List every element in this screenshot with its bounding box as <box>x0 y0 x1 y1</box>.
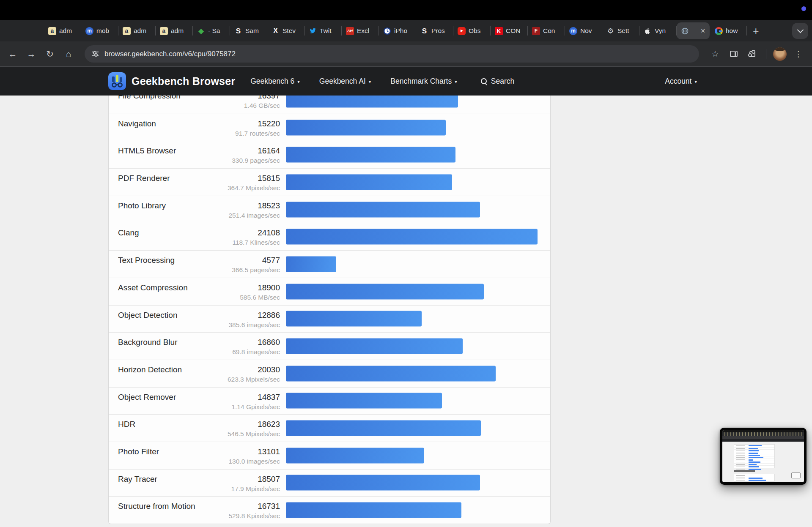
browser-tab[interactable]: aadm <box>44 20 81 41</box>
gear-favicon: ⚙ <box>606 27 614 35</box>
back-button[interactable]: ← <box>3 45 22 63</box>
geekbench-navbar: Geekbench Browser Geekbench 6▾Geekbench … <box>0 67 812 96</box>
tab-search-button[interactable] <box>792 23 808 39</box>
address-bar[interactable]: browser.geekbench.com/v6/cpu/9075872 <box>85 45 699 63</box>
navbar-account[interactable]: Account ▾ <box>665 77 697 86</box>
browser-tab[interactable]: SPros <box>416 20 453 41</box>
navbar-link-label: Benchmark Charts <box>390 77 452 86</box>
benchmark-row: HDR18623546.5 Mpixels/sec <box>109 414 550 442</box>
benchmark-score-block: 1686069.8 images/sec <box>215 333 280 360</box>
close-icon[interactable]: ✕ <box>700 27 705 34</box>
browser-tab[interactable]: mNov <box>565 20 602 41</box>
benchmark-score: 16860 <box>215 338 280 347</box>
benchmark-bar <box>286 96 458 108</box>
browser-tab[interactable]: Twit <box>304 20 342 41</box>
benchmark-score: 18523 <box>215 201 280 210</box>
browser-toolbar: ← → ↻ ⌂ browser.geekbench.com/v6/cpu/907… <box>0 41 812 67</box>
browser-tab[interactable]: ⚙Sett <box>602 20 639 41</box>
browser-tab[interactable]: AHExcl <box>342 20 379 41</box>
benchmark-bar-track <box>286 360 550 387</box>
navbar-link-geekbench-6[interactable]: Geekbench 6▾ <box>250 77 300 86</box>
browser-tab[interactable]: ▶Obs <box>453 20 491 41</box>
apple-favicon <box>644 27 652 35</box>
navbar-search[interactable]: Search <box>481 77 514 86</box>
browser-menu-button[interactable]: ⋮ <box>789 45 808 63</box>
globe-icon <box>681 27 689 35</box>
browser-tab[interactable]: SSam <box>230 20 267 41</box>
new-tab-button[interactable]: + <box>747 25 765 37</box>
search-icon <box>481 78 487 85</box>
benchmark-bar <box>286 120 446 135</box>
benchmark-score: 24108 <box>215 228 280 237</box>
browser-tab[interactable]: XStev <box>267 20 304 41</box>
pip-row-label <box>736 469 746 470</box>
geekbench-logo-icon <box>108 72 126 90</box>
benchmark-row: Structure from Motion16731529.8 Kpixels/… <box>109 496 550 524</box>
navbar-link-geekbench-ai[interactable]: Geekbench AI▾ <box>319 77 371 86</box>
benchmark-row: Asset Compression18900585.6 MB/sec <box>109 278 550 305</box>
benchmark-throughput: 118.7 Klines/sec <box>215 238 280 247</box>
letter-s-favicon: S <box>234 27 242 35</box>
tab-label: adm <box>59 27 79 35</box>
browser-tab[interactable]: KCON <box>491 20 528 41</box>
benchmark-bar-track <box>286 470 550 497</box>
browser-tab[interactable]: Vyn <box>639 20 677 41</box>
benchmark-name: Horizon Detection <box>118 360 215 387</box>
pip-row-label <box>736 467 746 467</box>
benchmark-throughput: 91.7 routes/sec <box>215 129 280 138</box>
url-text[interactable]: browser.geekbench.com/v6/cpu/9075872 <box>104 50 236 58</box>
browser-tab[interactable]: aadm <box>118 20 156 41</box>
benchmark-bar <box>286 421 481 436</box>
tab-label: Twit <box>320 27 339 35</box>
reload-button[interactable]: ↻ <box>41 45 59 63</box>
benchmark-row: Photo Library18523251.4 images/sec <box>109 196 550 223</box>
picture-in-picture-window[interactable] <box>720 428 807 485</box>
tab-label: Con <box>543 27 562 35</box>
browser-tab[interactable]: FCon <box>528 20 565 41</box>
tab-label: Obs <box>469 27 488 35</box>
benchmark-bar-track <box>286 196 550 223</box>
profile-avatar[interactable] <box>773 47 787 61</box>
bookmark-star-button[interactable]: ☆ <box>706 45 724 63</box>
benchmark-row: Photo Filter13101130.0 images/sec <box>109 442 550 469</box>
search-label: Search <box>491 77 514 86</box>
benchmark-score-block: 18623546.5 Mpixels/sec <box>215 415 280 442</box>
benchmark-throughput: 366.5 pages/sec <box>215 266 280 274</box>
benchmark-bar <box>286 339 463 354</box>
tab-label: Sett <box>617 27 637 35</box>
benchmark-bar-track <box>286 388 550 415</box>
extensions-button[interactable] <box>743 45 762 63</box>
browser-tab[interactable]: iPho <box>379 20 416 41</box>
browser-tab[interactable]: ◆- Sa <box>193 20 230 41</box>
browser-tab[interactable]: how <box>710 20 747 41</box>
benchmark-score: 15220 <box>215 119 280 128</box>
active-tab[interactable]: ✕ <box>677 22 710 39</box>
navbar-link-benchmark-charts[interactable]: Benchmark Charts▾ <box>390 77 457 86</box>
pip-toolbar <box>722 436 804 439</box>
side-panel-button[interactable] <box>724 45 743 63</box>
forward-button[interactable]: → <box>22 45 41 63</box>
benchmark-name: Object Remover <box>118 388 215 415</box>
browser-tab[interactable]: aadm <box>156 20 193 41</box>
benchmark-throughput: 330.9 pages/sec <box>215 156 280 165</box>
twitter-favicon <box>309 27 317 35</box>
benchmark-bar-track <box>286 223 550 250</box>
tab-label: how <box>726 27 744 35</box>
benchmark-bar-track <box>286 306 550 333</box>
benchmark-row: Background Blur1686069.8 images/sec <box>109 332 550 360</box>
site-info-icon[interactable] <box>92 52 99 56</box>
home-button[interactable]: ⌂ <box>59 45 78 63</box>
page-content: File Compression163971.46 GB/secNavigati… <box>0 96 812 527</box>
pip-row-label <box>736 480 746 481</box>
benchmark-throughput: 69.8 images/sec <box>215 348 280 356</box>
pip-navbar <box>722 439 804 442</box>
navbar-links: Geekbench 6▾Geekbench AI▾Benchmark Chart… <box>250 77 457 86</box>
pip-row <box>734 481 774 482</box>
pip-row-label <box>736 462 746 463</box>
site-title[interactable]: Geekbench Browser <box>132 75 235 87</box>
browser-tab[interactable]: mmob <box>81 20 118 41</box>
benchmark-bar <box>286 393 442 409</box>
geekbench-brand[interactable]: Geekbench Browser <box>108 72 235 90</box>
pip-row-label <box>736 455 746 456</box>
benchmark-score-block: 1850717.9 Mpixels/sec <box>215 470 280 497</box>
